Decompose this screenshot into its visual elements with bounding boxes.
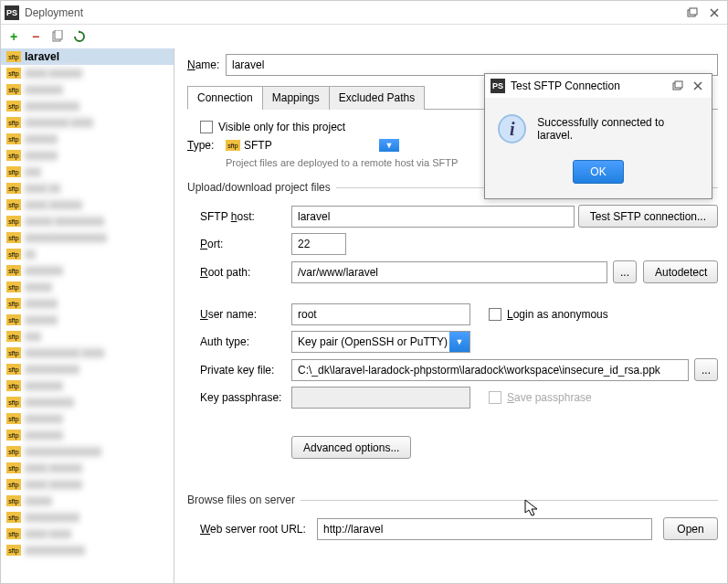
- sidebar-item[interactable]: sftpxxxxxxxx xxxx: [1, 114, 174, 131]
- sidebar-item-label: laravel: [25, 50, 59, 63]
- info-icon: i: [498, 114, 526, 143]
- close-icon[interactable]: [690, 79, 706, 93]
- visible-only-label: Visible only for this project: [218, 121, 345, 133]
- sidebar-item[interactable]: sftpxxxxxx: [1, 312, 174, 328]
- name-label: Name:: [187, 58, 226, 71]
- sidebar-item[interactable]: sftpxx: [1, 246, 174, 262]
- svg-rect-7: [675, 81, 682, 88]
- copy-icon[interactable]: [50, 29, 65, 44]
- sidebar-item[interactable]: sftpxxxxxxxxxx xxxx: [1, 345, 174, 361]
- sidebar-item[interactable]: sftpxxx: [1, 328, 174, 345]
- sidebar-item[interactable]: sftpxxxxxxxxxxx: [1, 542, 174, 558]
- sftp-icon: sftp: [6, 166, 21, 177]
- visible-only-checkbox[interactable]: [200, 121, 213, 133]
- port-input[interactable]: [291, 233, 346, 255]
- sidebar-item[interactable]: sftpxxxxxxxxxx: [1, 98, 174, 114]
- autodetect-button[interactable]: Autodetect: [643, 260, 718, 283]
- remove-button[interactable]: −: [28, 29, 43, 44]
- private-key-input[interactable]: [291, 359, 689, 381]
- sftp-icon: sftp: [226, 140, 240, 151]
- root-path-input[interactable]: [291, 261, 607, 283]
- browse-root-button[interactable]: ...: [613, 260, 637, 283]
- sftp-icon: sftp: [6, 265, 21, 276]
- sidebar-item[interactable]: sftpxxxxxxxxxx: [1, 361, 174, 377]
- sftp-icon: sftp: [6, 101, 21, 111]
- sftp-icon: sftp: [6, 281, 21, 292]
- open-button[interactable]: Open: [663, 517, 718, 540]
- sidebar-item[interactable]: sftpxxxxx: [1, 493, 174, 509]
- sidebar-item[interactable]: sftpxxxx xxxxxx: [1, 476, 174, 493]
- ok-button[interactable]: OK: [573, 160, 623, 184]
- sidebar-item[interactable]: sftpxxxxxx: [1, 147, 174, 164]
- browse-files-group: Browse files on server Web server root U…: [187, 494, 718, 553]
- save-passphrase-label: Save passphrase: [507, 391, 592, 404]
- sidebar-item[interactable]: sftpxxxx xxxxxx: [1, 460, 174, 476]
- sftp-icon: sftp: [6, 347, 21, 358]
- host-input[interactable]: [291, 206, 575, 228]
- mouse-cursor-icon: [524, 499, 541, 517]
- browse-key-button[interactable]: ...: [694, 358, 718, 381]
- anonymous-label: Login as anonymous: [507, 308, 608, 321]
- passphrase-label: Key passphrase:: [200, 391, 291, 404]
- svg-rect-1: [690, 8, 697, 15]
- sidebar-item[interactable]: sftpxxxx xxxxxx: [1, 65, 174, 81]
- app-icon: PS: [491, 79, 505, 93]
- window-titlebar[interactable]: PS Deployment: [1, 1, 727, 25]
- close-icon[interactable]: [705, 5, 723, 20]
- tab-connection[interactable]: Connection: [187, 86, 263, 110]
- sidebar-item[interactable]: sftpxxxx xxxx: [1, 526, 174, 542]
- sidebar-item[interactable]: sftpxxxx xx: [1, 180, 174, 196]
- sidebar-item[interactable]: sftpxxxxxxx: [1, 81, 174, 98]
- sidebar-item[interactable]: sftpxxxxx xxxxxxxxx: [1, 213, 174, 229]
- sftp-icon: sftp: [6, 216, 21, 227]
- sftp-icon: sftp: [6, 364, 21, 375]
- url-input[interactable]: [317, 518, 652, 540]
- sftp-icon: sftp: [6, 512, 21, 523]
- auth-type-select[interactable]: Key pair (OpenSSH or PuTTY) ▼: [291, 331, 470, 353]
- tab-mappings[interactable]: Mappings: [262, 86, 330, 110]
- sidebar-item[interactable]: sftpxxxxxxx: [1, 410, 174, 427]
- window-title: Deployment: [25, 6, 680, 19]
- sidebar-item[interactable]: sftpxxxxxxxxx: [1, 394, 174, 410]
- sftp-icon: sftp: [6, 528, 21, 539]
- upload-download-group: Upload/download project files SFTP host:…: [187, 181, 718, 472]
- dialog-titlebar[interactable]: PS Test SFTP Connection: [485, 74, 712, 98]
- anonymous-checkbox[interactable]: [489, 308, 501, 321]
- sidebar-item[interactable]: sftpxxxxxxx: [1, 262, 174, 279]
- sftp-icon: sftp: [6, 331, 21, 342]
- sftp-icon: sftp: [6, 183, 21, 194]
- save-passphrase-checkbox: [489, 391, 501, 404]
- sftp-icon: sftp: [6, 413, 21, 424]
- sftp-icon: sftp: [6, 68, 21, 79]
- advanced-options-button[interactable]: Advanced options...: [291, 436, 411, 459]
- test-connection-button[interactable]: Test SFTP connection...: [578, 205, 718, 228]
- server-list-sidebar[interactable]: sftp laravel sftpxxxx xxxxxx sftpxxxxxxx…: [1, 48, 174, 583]
- username-input[interactable]: [291, 303, 470, 325]
- sftp-icon: sftp: [6, 446, 21, 457]
- sftp-icon: sftp: [6, 199, 21, 210]
- restore-icon[interactable]: [670, 79, 686, 93]
- type-select[interactable]: sftp SFTP ▼: [226, 139, 399, 152]
- restore-icon[interactable]: [683, 5, 702, 20]
- sidebar-item[interactable]: sftpxxxxxx: [1, 295, 174, 312]
- sidebar-item[interactable]: sftpxxxxxxxxxxxxxxx: [1, 229, 174, 246]
- chevron-down-icon: ▼: [449, 332, 470, 352]
- sidebar-item[interactable]: sftpxxx: [1, 164, 174, 180]
- tab-excluded-paths[interactable]: Excluded Paths: [329, 86, 425, 110]
- sidebar-item[interactable]: sftpxxxxxxx: [1, 377, 174, 394]
- sidebar-item[interactable]: sftpxxxxxx: [1, 131, 174, 147]
- sidebar-item[interactable]: sftpxxxxxxxxxxxxxx: [1, 443, 174, 460]
- upload-legend: Upload/download project files: [187, 181, 336, 194]
- sidebar-item[interactable]: sftpxxxxxxxxxx: [1, 509, 174, 526]
- sidebar-item[interactable]: sftpxxxxxxx: [1, 427, 174, 443]
- add-button[interactable]: +: [6, 29, 21, 44]
- sidebar-item-laravel[interactable]: sftp laravel: [1, 48, 174, 65]
- sftp-icon: sftp: [6, 545, 21, 556]
- sidebar-item[interactable]: sftpxxxxx: [1, 279, 174, 295]
- refresh-icon[interactable]: [72, 29, 87, 44]
- port-label: Port:: [200, 238, 291, 250]
- browse-legend: Browse files on server: [187, 494, 301, 506]
- host-label: SFTP host:: [200, 210, 291, 223]
- sidebar-item[interactable]: sftpxxxx xxxxxx: [1, 196, 174, 213]
- sftp-icon: sftp: [6, 397, 21, 408]
